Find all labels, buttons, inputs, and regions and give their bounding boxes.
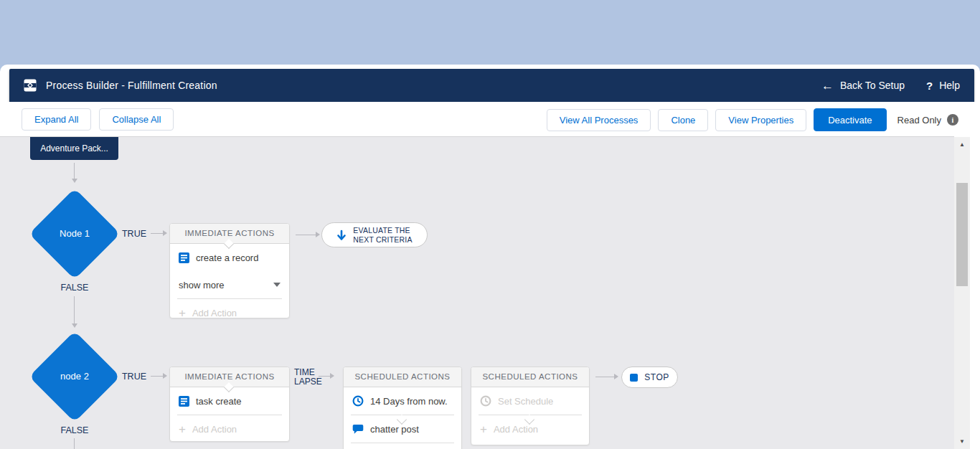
connector-trigger-node1 (74, 163, 75, 179)
process-builder-icon (24, 79, 37, 92)
arrowhead-down-icon (72, 323, 77, 328)
immediate-actions-1-title: IMMEDIATE ACTIONS (184, 229, 274, 237)
immediate-actions-box-1: IMMEDIATE ACTIONS create a record show m… (169, 223, 290, 318)
connector-true2 (151, 376, 163, 377)
criteria-node-2[interactable] (29, 331, 120, 422)
immediate-actions-1-header: IMMEDIATE ACTIONS (170, 224, 289, 244)
expand-all-button[interactable]: Expand All (22, 108, 91, 131)
time-lapse-label: TIME LAPSE (294, 368, 327, 387)
chatter-icon (352, 424, 364, 435)
action-label: task create (196, 396, 242, 407)
arrowhead-right-icon (163, 373, 167, 379)
plus-icon: + (179, 423, 186, 435)
arrowhead-right-icon (330, 373, 334, 379)
view-properties-button[interactable]: View Properties (715, 109, 806, 131)
false-label-node2: FALSE (54, 425, 95, 435)
help-icon: ? (926, 80, 933, 91)
connector-timelapse (319, 376, 330, 377)
show-more-label: show more (179, 280, 225, 290)
scheduled-actions-1-title: SCHEDULED ACTIONS (354, 372, 450, 381)
set-schedule-button: Set Schedule (471, 387, 589, 415)
evaluate-pill-label: EVALUATE THE NEXT CRITERIA (353, 226, 412, 244)
arrowhead-right-icon (163, 230, 167, 236)
action-label: create a record (196, 252, 258, 263)
stop-pill: STOP (621, 367, 678, 388)
connector-imm1-eval (296, 235, 316, 235)
evaluate-line2: NEXT CRITERIA (353, 235, 412, 244)
set-schedule-label: Set Schedule (498, 396, 553, 407)
process-canvas: Adventure Pack... Node 1 TRUE FALSE IMME… (0, 136, 954, 449)
deactivate-button[interactable]: Deactivate (814, 108, 886, 131)
add-action-label: Add Action (192, 308, 237, 318)
clock-icon (352, 395, 364, 407)
stop-square-icon (630, 374, 638, 382)
plus-icon: + (179, 307, 186, 319)
scheduled-actions-1-header: SCHEDULED ACTIONS (344, 367, 461, 387)
connector-stop (595, 377, 614, 377)
divider (351, 443, 454, 443)
clone-button[interactable]: Clone (658, 109, 708, 131)
true-label-node2: TRUE (121, 372, 148, 382)
immediate-actions-2-title: IMMEDIATE ACTIONS (184, 372, 274, 381)
evaluate-next-criteria-pill: EVALUATE THE NEXT CRITERIA (321, 222, 428, 247)
add-action-button-1: + Add Action (170, 299, 289, 326)
app-header: Process Builder - Fulfillment Creation ←… (9, 69, 974, 102)
help-label: Help (939, 80, 960, 91)
time-lapse-line1: TIME (294, 367, 315, 377)
scroll-down-icon[interactable]: ▼ (954, 438, 970, 445)
immediate-actions-2-header: IMMEDIATE ACTIONS (170, 367, 289, 387)
plus-icon: + (480, 423, 487, 435)
connector-false1 (74, 296, 75, 323)
evaluate-line1: EVALUATE THE (353, 226, 410, 235)
scheduled-actions-box-1: SCHEDULED ACTIONS 14 Days from now. chat… (343, 367, 462, 449)
header-actions: ← Back To Setup ? Help (821, 80, 960, 92)
criteria-node-1[interactable] (29, 188, 120, 279)
back-to-setup-label: Back To Setup (840, 80, 905, 91)
collapse-all-button[interactable]: Collapse All (99, 108, 174, 131)
toolbar-left: Expand All Collapse All (22, 108, 174, 131)
arrowhead-right-icon (614, 374, 618, 379)
scrollbar-thumb[interactable] (956, 183, 968, 286)
connector-true1 (151, 233, 163, 234)
read-only-status: Read Only i (897, 114, 958, 126)
trigger-node[interactable]: Adventure Pack... (30, 137, 118, 160)
toolbar-right: View All Processes Clone View Properties… (547, 108, 958, 131)
false-label-node1: FALSE (54, 283, 95, 293)
scheduled-actions-2-title: SCHEDULED ACTIONS (482, 372, 578, 381)
back-arrow-icon: ← (821, 80, 834, 92)
record-icon (179, 396, 189, 407)
read-only-label: Read Only (897, 115, 941, 126)
action-label: chatter post (370, 424, 419, 435)
arrow-down-icon (336, 230, 347, 241)
stop-label: STOP (644, 372, 669, 382)
add-action-button-2: + Add Action (170, 415, 289, 443)
scheduled-actions-2-header: SCHEDULED ACTIONS (471, 367, 589, 387)
add-action-label: Add Action (494, 424, 538, 435)
scroll-up-icon[interactable]: ▲ (954, 141, 970, 148)
scheduled-actions-box-2: SCHEDULED ACTIONS Set Schedule + Add Act… (471, 367, 590, 445)
clock-icon (480, 395, 491, 407)
info-icon[interactable]: i (947, 114, 958, 126)
toolbar: Expand All Collapse All View All Process… (0, 102, 980, 136)
back-to-setup-link[interactable]: ← Back To Setup (821, 80, 905, 92)
true-label-node1: TRUE (121, 229, 148, 239)
vertical-scrollbar: ▲ ▼ (954, 137, 970, 449)
view-all-processes-button[interactable]: View All Processes (547, 109, 651, 131)
show-more-toggle[interactable]: show more (170, 271, 289, 298)
immediate-actions-box-2: IMMEDIATE ACTIONS task create + Add Acti… (169, 367, 290, 442)
connector-false2 (74, 438, 75, 449)
schedule-label: 14 Days from now. (370, 396, 448, 407)
time-lapse-line2: LAPSE (294, 377, 322, 387)
arrowhead-down-icon (72, 179, 77, 183)
add-action-label: Add Action (192, 424, 237, 435)
schedule-14-days[interactable]: 14 Days from now. (344, 387, 461, 415)
arrowhead-right-icon (316, 232, 320, 237)
help-link[interactable]: ? Help (926, 80, 960, 91)
page-title: Process Builder - Fulfillment Creation (46, 80, 217, 91)
record-icon (179, 252, 189, 263)
chevron-down-icon (273, 283, 281, 287)
